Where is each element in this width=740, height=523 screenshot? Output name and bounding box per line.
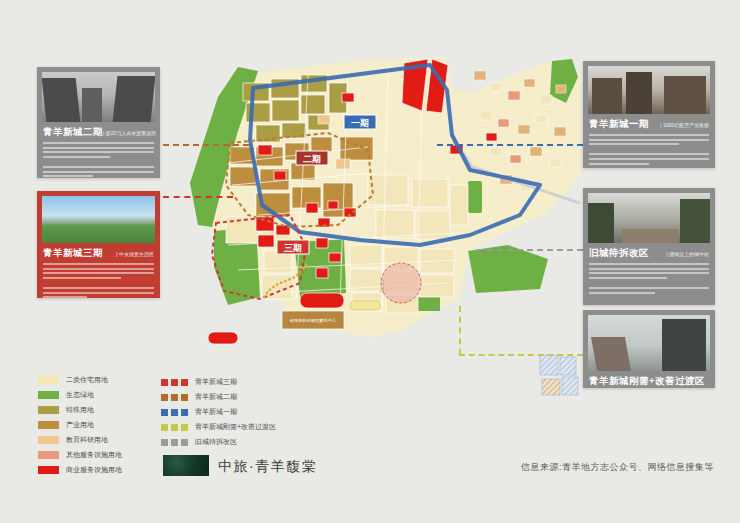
card-phase3: 青羊新城三期 | 中央绿意生活区	[37, 191, 160, 298]
zone-label: 旧城待拆改区	[195, 437, 237, 447]
connector-transition-vertical	[459, 306, 461, 355]
transition-photo	[588, 315, 710, 371]
phase3-badge: 三期	[277, 240, 309, 254]
card-subtitle: | 超20万人高密度聚居区	[103, 130, 156, 136]
phase2-photo	[42, 72, 155, 122]
phase1-badge-label: 一期	[351, 118, 369, 128]
card-subtitle: | 绕城边上的城中村	[666, 251, 709, 257]
oldtown-photo	[588, 193, 710, 243]
phase3-badge-label: 三期	[284, 243, 302, 253]
connector-phase3	[163, 196, 233, 198]
landuse-label: 产业用地	[66, 420, 94, 430]
park-label-pill	[350, 301, 380, 310]
landuse-swatch	[38, 436, 59, 444]
card-title: 青羊新城刚需+改善过渡区	[589, 375, 705, 388]
project-location-circle	[381, 263, 421, 303]
card-title: 青羊新城二期	[43, 126, 103, 139]
legend-landuse-row: 产业用地	[38, 420, 94, 430]
phase2-badge: 二期	[296, 151, 328, 165]
landuse-swatch	[38, 406, 59, 414]
card-title: 旧城待拆改区	[589, 247, 649, 260]
poster-page: 铁路港科创研发孵化中心 一期 二期 三期	[0, 0, 740, 523]
phase1-badge: 一期	[344, 115, 376, 129]
card-body-text-lines	[583, 261, 715, 294]
connector-transition	[459, 354, 583, 356]
landuse-label: 其他服务设施用地	[66, 450, 122, 460]
logo-image	[163, 455, 209, 476]
landuse-label: 教育科研用地	[66, 435, 108, 445]
source-note: 信息来源:青羊地方志公众号、网络信息搜集等	[521, 461, 714, 474]
landuse-label: 生态绿地	[66, 390, 94, 400]
incubator-block: 铁路港科创研发孵化中心	[282, 311, 344, 329]
legend-landuse-row: 生态绿地	[38, 390, 94, 400]
card-transition: 青羊新城刚需+改善过渡区	[583, 310, 715, 388]
card-body-text-lines	[583, 132, 715, 165]
card-subtitle: | 中央绿意生活区	[116, 251, 154, 257]
landuse-swatch	[38, 466, 59, 474]
phase1-photo	[588, 66, 710, 114]
landuse-swatch	[38, 451, 59, 459]
landuse-swatch	[38, 421, 59, 429]
legend-zone-row: 青羊新城一期	[161, 407, 237, 417]
card-oldtown: 旧城待拆改区 | 绕城边上的城中村	[583, 188, 715, 305]
legend-landuse-row: 商业服务设施用地	[38, 465, 122, 475]
card-body-text-lines	[37, 140, 160, 177]
legend-landuse-row: 其他服务设施用地	[38, 450, 122, 460]
legend-landuse-row: 教育科研用地	[38, 435, 108, 445]
phase2-badge-label: 二期	[303, 154, 321, 164]
card-title: 青羊新城三期	[43, 247, 103, 260]
zone-label: 青羊新城一期	[195, 407, 237, 417]
brand-name: 中旅·青羊馥棠	[218, 458, 317, 476]
legend-landuse-row: 特殊用地	[38, 405, 94, 415]
zone-swatch	[161, 439, 188, 446]
landuse-label: 二类住宅用地	[66, 375, 108, 385]
card-title: 青羊新城一期	[589, 118, 649, 131]
landuse-swatch	[38, 391, 59, 399]
connector-phase1	[437, 144, 583, 146]
card-body-text-lines	[37, 261, 160, 298]
legend-zone-row: 旧城待拆改区	[161, 437, 237, 447]
legend-landuse-row: 二类住宅用地	[38, 375, 108, 385]
zone-label: 青羊新城刚需+改善过渡区	[195, 422, 276, 432]
card-phase1: 青羊新城一期 | 1000亿航空产业集群	[583, 61, 715, 168]
map-hatched-parcels	[540, 355, 578, 395]
legend-zone-row: 青羊新城刚需+改善过渡区	[161, 422, 276, 432]
zone-swatch	[161, 424, 188, 431]
zone-swatch	[161, 409, 188, 416]
landuse-swatch	[38, 376, 59, 384]
card-phase2: 青羊新城二期 | 超20万人高密度聚居区	[37, 67, 160, 178]
landuse-label: 特殊用地	[66, 405, 94, 415]
connector-phase2	[163, 144, 249, 146]
connector-oldtown	[477, 249, 583, 251]
landuse-label: 商业服务设施用地	[66, 465, 122, 475]
incubator-label: 铁路港科创研发孵化中心	[289, 318, 337, 323]
phase3-photo	[42, 196, 155, 243]
card-subtitle: | 1000亿航空产业集群	[660, 122, 709, 128]
